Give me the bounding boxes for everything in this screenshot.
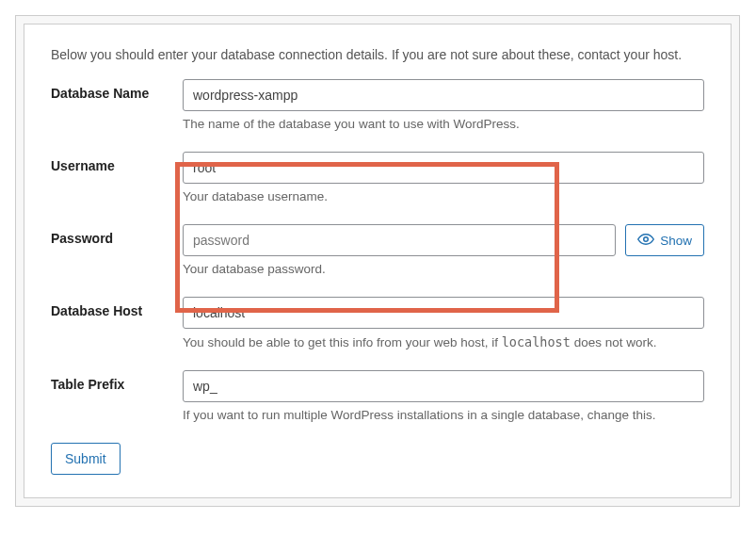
help-password: Your database password.	[183, 262, 704, 276]
field-col-password: Show Your database password.	[183, 224, 704, 276]
table-prefix-input[interactable]	[183, 370, 704, 402]
help-username: Your database username.	[183, 189, 704, 203]
intro-text: Below you should enter your database con…	[51, 47, 704, 62]
help-database-host-part2: does not work.	[571, 335, 657, 349]
row-password: Password Show Your database pass	[51, 224, 704, 276]
row-username: Username Your database username.	[51, 152, 704, 203]
help-database-host-part1: You should be able to get this info from…	[183, 335, 502, 349]
label-username: Username	[51, 152, 183, 173]
field-col-table-prefix: If you want to run multiple WordPress in…	[183, 370, 704, 422]
password-input[interactable]	[183, 224, 616, 256]
field-col-database-name: The name of the database you want to use…	[183, 79, 704, 131]
row-database-name: Database Name The name of the database y…	[51, 79, 704, 131]
help-database-name: The name of the database you want to use…	[183, 117, 704, 131]
label-password: Password	[51, 224, 183, 246]
row-table-prefix: Table Prefix If you want to run multiple…	[51, 370, 704, 422]
field-col-database-host: You should be able to get this info from…	[183, 297, 704, 349]
username-input[interactable]	[183, 152, 704, 184]
svg-point-0	[644, 236, 649, 241]
submit-button[interactable]: Submit	[51, 443, 121, 475]
eye-icon	[637, 231, 654, 251]
submit-row: Submit	[51, 443, 704, 475]
password-input-wrap: Show	[183, 224, 704, 256]
label-database-name: Database Name	[51, 79, 183, 101]
help-table-prefix: If you want to run multiple WordPress in…	[183, 408, 704, 422]
label-database-host: Database Host	[51, 297, 183, 318]
show-password-label: Show	[660, 234, 692, 248]
database-name-input[interactable]	[183, 79, 704, 111]
show-password-button[interactable]: Show	[625, 224, 704, 256]
database-host-input[interactable]	[183, 297, 704, 329]
install-panel: Below you should enter your database con…	[24, 24, 732, 498]
outer-frame: Below you should enter your database con…	[15, 15, 740, 507]
label-table-prefix: Table Prefix	[51, 370, 183, 392]
help-database-host-code: localhost	[502, 334, 571, 349]
row-database-host: Database Host You should be able to get …	[51, 297, 704, 349]
field-col-username: Your database username.	[183, 152, 704, 203]
help-database-host: You should be able to get this info from…	[183, 334, 704, 349]
